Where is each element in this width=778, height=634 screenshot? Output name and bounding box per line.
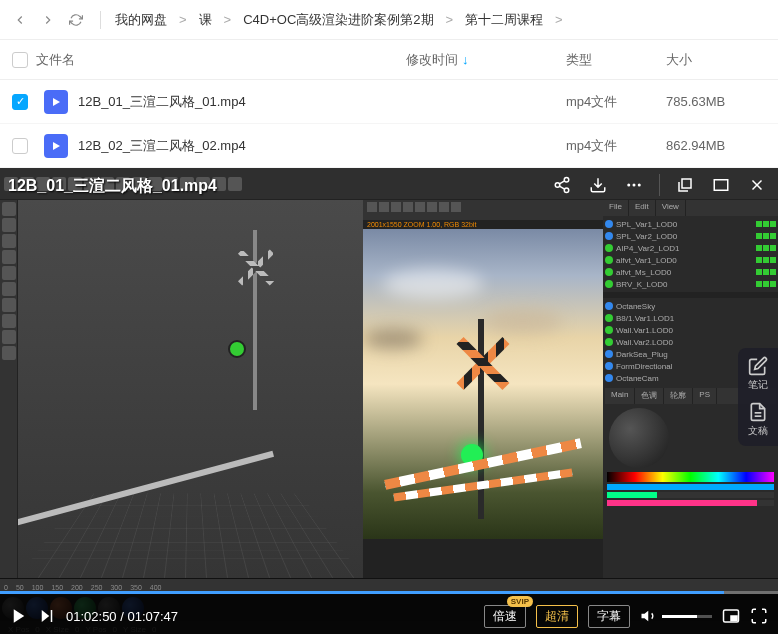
c4d-live-viewer: 2001x1550 ZOOM 1.00, RGB 32bit <box>363 200 603 578</box>
svg-rect-8 <box>682 179 691 188</box>
svg-point-0 <box>564 178 569 183</box>
window-button-1[interactable] <box>674 174 696 196</box>
svip-badge: SVIP <box>507 596 533 607</box>
svg-point-6 <box>633 184 636 187</box>
svg-line-3 <box>559 186 564 189</box>
file-size: 785.63MB <box>666 94 766 109</box>
object-list: SPL_Var1_LOD0 SPL_Var2_LOD0 AIP4_Var2_LO… <box>603 216 778 292</box>
column-time[interactable]: 修改时间↓ <box>406 51 566 69</box>
file-checkbox[interactable]: ✓ <box>12 94 28 110</box>
breadcrumb-item[interactable]: 我的网盘 <box>115 11 167 29</box>
svg-rect-16 <box>51 610 53 622</box>
c4d-left-toolbar <box>0 200 18 578</box>
download-button[interactable] <box>587 174 609 196</box>
svg-marker-14 <box>14 609 25 623</box>
material-preview <box>609 408 669 468</box>
video-content-c4d: 2001x1550 ZOOM 1.00, RGB 32bit FileEditV… <box>0 168 778 634</box>
breadcrumb: 我的网盘> 课> C4D+OC高级渲染进阶案例第2期> 第十二周课程> <box>109 11 569 29</box>
svg-marker-15 <box>42 610 50 622</box>
subtitle-button[interactable]: 字幕 <box>588 605 630 628</box>
transcript-button[interactable]: 文稿 <box>742 402 774 438</box>
share-button[interactable] <box>551 174 573 196</box>
file-name[interactable]: 12B_01_三渲二风格_01.mp4 <box>78 93 406 111</box>
video-player: 12B_01_三渲二风格_01.mp4 <box>0 168 778 634</box>
svg-point-7 <box>638 184 641 187</box>
video-top-actions <box>551 174 768 196</box>
time-display: 01:02:50 / 01:07:47 <box>66 609 178 624</box>
c4d-viewport <box>18 200 363 578</box>
column-type[interactable]: 类型 <box>566 51 666 69</box>
pip-button[interactable] <box>722 607 740 625</box>
select-all-checkbox[interactable] <box>12 52 28 68</box>
divider <box>100 11 101 29</box>
nav-back-button[interactable] <box>8 8 32 32</box>
fullscreen-button[interactable] <box>750 607 768 625</box>
render-info: 2001x1550 ZOOM 1.00, RGB 32bit <box>363 220 603 229</box>
more-button[interactable] <box>623 174 645 196</box>
svg-point-5 <box>627 184 630 187</box>
video-title: 12B_01_三渲二风格_01.mp4 <box>8 176 217 197</box>
file-row[interactable]: ✓ 12B_01_三渲二风格_01.mp4 mp4文件 785.63MB <box>0 80 778 124</box>
play-button[interactable] <box>10 607 28 625</box>
svg-rect-9 <box>714 180 728 191</box>
player-controls: 01:02:50 / 01:07:47 SVIP 倍速 超清 字幕 <box>0 594 778 634</box>
volume-control[interactable] <box>640 607 712 625</box>
svg-point-1 <box>555 183 560 188</box>
svg-line-4 <box>559 181 564 184</box>
file-row[interactable]: 12B_02_三渲二风格_02.mp4 mp4文件 862.94MB <box>0 124 778 168</box>
file-checkbox[interactable] <box>12 138 28 154</box>
file-name[interactable]: 12B_02_三渲二风格_02.mp4 <box>78 137 406 155</box>
breadcrumb-item[interactable]: 课 <box>199 11 212 29</box>
column-size[interactable]: 大小 <box>666 51 766 69</box>
column-name[interactable]: 文件名 <box>36 51 406 69</box>
file-type: mp4文件 <box>566 93 666 111</box>
svg-rect-19 <box>731 616 737 621</box>
file-list-header: 文件名 修改时间↓ 类型 大小 <box>0 40 778 80</box>
window-button-2[interactable] <box>710 174 732 196</box>
svg-point-2 <box>564 188 569 193</box>
quality-button[interactable]: 超清 <box>536 605 578 628</box>
breadcrumb-item[interactable]: 第十二周课程 <box>465 11 543 29</box>
video-file-icon <box>44 90 68 114</box>
file-type: mp4文件 <box>566 137 666 155</box>
file-size: 862.94MB <box>666 138 766 153</box>
nav-bar: 我的网盘> 课> C4D+OC高级渲染进阶案例第2期> 第十二周课程> <box>0 0 778 40</box>
svg-marker-17 <box>642 611 649 622</box>
close-button[interactable] <box>746 174 768 196</box>
volume-icon <box>640 607 658 625</box>
next-button[interactable] <box>38 607 56 625</box>
breadcrumb-item[interactable]: C4D+OC高级渲染进阶案例第2期 <box>243 11 433 29</box>
speed-button[interactable]: SVIP 倍速 <box>484 605 526 628</box>
sort-arrow-icon: ↓ <box>462 52 469 67</box>
refresh-button[interactable] <box>64 8 88 32</box>
progress-bar[interactable] <box>0 591 778 594</box>
nav-forward-button[interactable] <box>36 8 60 32</box>
side-tools: 笔记 文稿 <box>738 348 778 446</box>
notes-button[interactable]: 笔记 <box>742 356 774 392</box>
video-file-icon <box>44 134 68 158</box>
